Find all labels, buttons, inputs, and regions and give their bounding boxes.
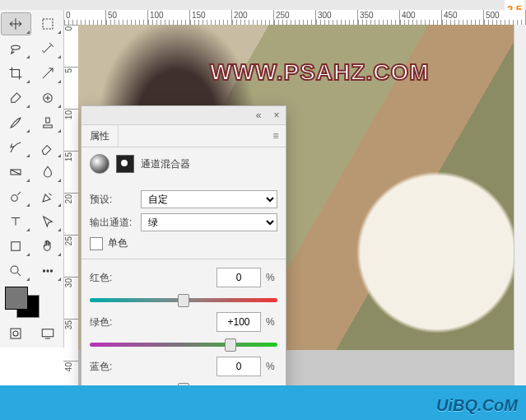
tool-blur[interactable] [33, 161, 63, 184]
tool-gradient[interactable] [1, 161, 31, 184]
vertical-ruler: 05101520253035404550556065 [63, 25, 79, 420]
tool-hand[interactable] [33, 235, 63, 258]
tool-slice[interactable] [33, 62, 63, 85]
monochrome-label: 单色 [108, 236, 128, 250]
ruler-tick: 50 [105, 10, 147, 25]
tool-eraser[interactable] [33, 136, 63, 159]
ruler-tick: 400 [399, 10, 441, 25]
panel-collapse-icon[interactable]: « [249, 106, 268, 124]
percent-symbol: % [266, 272, 277, 283]
tool-lasso[interactable] [1, 37, 31, 60]
layer-mask-icon[interactable] [116, 155, 134, 173]
red-slider[interactable] [90, 292, 277, 307]
red-label: 红色: [90, 271, 118, 285]
blue-value-input[interactable] [216, 357, 261, 376]
tool-pen[interactable] [33, 185, 63, 208]
quickmask-toggle[interactable] [1, 322, 31, 345]
svg-point-10 [13, 331, 18, 336]
preset-label: 预设: [90, 193, 136, 207]
ruler-tick: 200 [231, 10, 273, 25]
svg-point-8 [50, 270, 52, 272]
site-watermark: UiBQ.CoM [436, 396, 518, 415]
output-channel-select[interactable]: 绿 [141, 213, 277, 231]
tool-history-brush[interactable] [1, 136, 31, 159]
ruler-tick: 15 [63, 151, 78, 193]
adjustment-title: 通道混合器 [141, 157, 190, 171]
preset-select[interactable]: 自定 [141, 190, 277, 208]
svg-rect-0 [43, 19, 53, 29]
svg-point-6 [43, 270, 44, 272]
tool-path-select[interactable] [33, 210, 63, 233]
ruler-tick: 5 [63, 67, 78, 109]
tool-type[interactable] [1, 210, 31, 233]
output-channel-label: 输出通道: [90, 216, 136, 230]
green-label: 绿色: [90, 315, 118, 329]
ruler-tick: 250 [273, 10, 315, 25]
ruler-tick: 100 [147, 10, 189, 25]
ruler-tick: 10 [63, 109, 78, 151]
percent-symbol: % [266, 361, 277, 372]
tool-brush[interactable] [1, 111, 31, 134]
svg-rect-9 [11, 329, 21, 338]
screenmode-toggle[interactable] [33, 322, 63, 345]
tool-stamp[interactable] [33, 111, 63, 134]
tool-shape[interactable] [1, 235, 31, 258]
ruler-tick: 300 [315, 10, 357, 25]
svg-point-3 [12, 195, 18, 202]
green-slider[interactable] [90, 337, 277, 352]
ruler-tick: 0 [63, 10, 105, 25]
tool-more[interactable] [33, 259, 63, 282]
svg-point-7 [47, 270, 49, 272]
panel-header[interactable]: « × [81, 106, 286, 125]
ruler-tick: 350 [357, 10, 399, 25]
channel-mixer-icon[interactable] [90, 154, 109, 174]
tool-move[interactable] [1, 12, 31, 35]
monochrome-checkbox[interactable] [90, 237, 103, 250]
panel-menu-icon[interactable]: ≡ [266, 130, 286, 142]
tool-rect-select[interactable] [33, 12, 63, 35]
svg-point-5 [11, 266, 18, 273]
tab-properties[interactable]: 属性 [81, 125, 119, 147]
app-window: 2.5 050100150200250300350400450500550600… [0, 0, 526, 420]
ruler-tick: 20 [63, 193, 78, 235]
svg-rect-11 [42, 329, 54, 337]
adjustment-title-row: 通道混合器 [81, 147, 286, 180]
ruler-tick: 500 [483, 10, 525, 25]
tool-dodge[interactable] [1, 185, 31, 208]
tool-zoom[interactable] [1, 259, 31, 282]
properties-panel: « × 属性 ≡ 通道混合器 预设: 自定 输出通道: 绿 单色 [81, 105, 286, 420]
panel-close-icon[interactable]: × [268, 106, 286, 124]
ruler-tick: 450 [441, 10, 483, 25]
ruler-tick: 0 [63, 25, 78, 67]
percent-symbol: % [266, 316, 277, 328]
vertical-scrollbar[interactable] [514, 25, 526, 385]
ruler-tick: 150 [189, 10, 231, 25]
tool-magic-wand[interactable] [33, 37, 63, 60]
watermark-text: WWW.PSAHZ.COM [210, 59, 430, 86]
green-value-input[interactable] [216, 312, 261, 332]
red-value-input[interactable] [216, 268, 261, 287]
tool-patch[interactable] [33, 86, 63, 110]
horizontal-ruler: 0501001502002503003504004505005506006507… [63, 10, 526, 26]
ruler-tick: 25 [63, 235, 78, 277]
color-swatches[interactable] [0, 283, 63, 321]
svg-rect-4 [12, 242, 21, 251]
ruler-tick: 30 [63, 277, 78, 319]
toolbox [0, 10, 64, 348]
blue-label: 蓝色: [90, 360, 118, 374]
tool-crop[interactable] [1, 62, 31, 85]
tool-eyedropper[interactable] [1, 86, 31, 110]
ruler-tick: 35 [63, 319, 78, 361]
foreground-color-swatch[interactable] [5, 287, 28, 310]
